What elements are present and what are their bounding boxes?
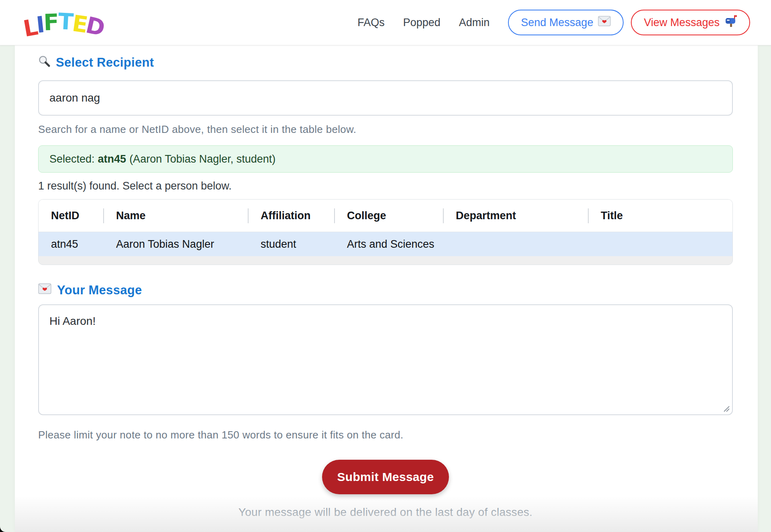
love-letter-icon — [38, 283, 51, 298]
column-header-department: Department — [443, 200, 588, 232]
word-limit-note: Please limit your note to no more than 1… — [38, 429, 404, 441]
results-table: NetIDNameAffiliationCollegeDepartmentTit… — [38, 199, 733, 265]
your-message-heading-label: Your Message — [57, 283, 142, 298]
table-cell: Arts and Sciences — [334, 232, 443, 256]
select-recipient-heading-label: Select Recipient — [56, 55, 154, 70]
table-cell: Aaron Tobias Nagler — [103, 232, 248, 256]
selected-netid: atn45 — [98, 153, 126, 165]
mailbox-icon — [724, 15, 737, 31]
love-letter-icon — [598, 16, 611, 29]
table-cell — [588, 232, 732, 256]
send-message-form-card: Select Recipient Search for a name or Ne… — [15, 45, 758, 532]
delivery-note: Your message will be delivered on the la… — [38, 506, 733, 519]
view-messages-button[interactable]: View Messages — [631, 10, 750, 35]
recipient-search-input[interactable] — [38, 80, 733, 116]
selected-detail: (Aaron Tobias Nagler, student) — [129, 153, 275, 165]
view-messages-label: View Messages — [644, 16, 720, 29]
window-corner — [0, 526, 6, 532]
logo-letter: F — [43, 11, 58, 34]
resize-handle-icon[interactable] — [722, 405, 730, 413]
send-message-label: Send Message — [521, 16, 593, 29]
lifted-logo[interactable]: LIFTED — [21, 6, 104, 39]
your-message-heading: Your Message — [38, 283, 142, 298]
search-icon — [38, 55, 50, 70]
nav-item-admin[interactable]: Admin — [459, 16, 490, 29]
nav-links: FAQs Popped Admin — [357, 16, 490, 29]
table-cell: student — [248, 232, 334, 256]
send-message-button[interactable]: Send Message — [508, 10, 624, 35]
search-helper-text: Search for a name or NetID above, then s… — [38, 123, 356, 136]
table-cell — [443, 232, 588, 256]
column-header-name: Name — [103, 200, 248, 232]
results-count-text: 1 result(s) found. Select a person below… — [38, 180, 232, 192]
selected-prefix: Selected: — [49, 153, 95, 165]
selected-recipient-banner: Selected: atn45 (Aaron Tobias Nagler, st… — [38, 145, 733, 173]
column-header-affiliation: Affiliation — [248, 200, 334, 232]
logo-letter: T — [57, 10, 73, 33]
select-recipient-heading: Select Recipient — [38, 55, 154, 70]
column-header-title: Title — [588, 200, 732, 232]
table-row[interactable]: atn45Aaron Tobias NaglerstudentArts and … — [39, 232, 732, 256]
message-textarea[interactable]: Hi Aaron! — [38, 304, 733, 415]
column-header-netid: NetID — [39, 200, 103, 232]
top-navigation-bar: LIFTED FAQs Popped Admin Send Message Vi… — [0, 0, 771, 45]
table-cell: atn45 — [39, 232, 103, 256]
nav-item-popped[interactable]: Popped — [403, 16, 441, 29]
nav-item-faqs[interactable]: FAQs — [357, 16, 385, 29]
results-table-head: NetIDNameAffiliationCollegeDepartmentTit… — [39, 200, 732, 232]
column-header-college: College — [334, 200, 443, 232]
submit-message-button[interactable]: Submit Message — [322, 460, 449, 494]
